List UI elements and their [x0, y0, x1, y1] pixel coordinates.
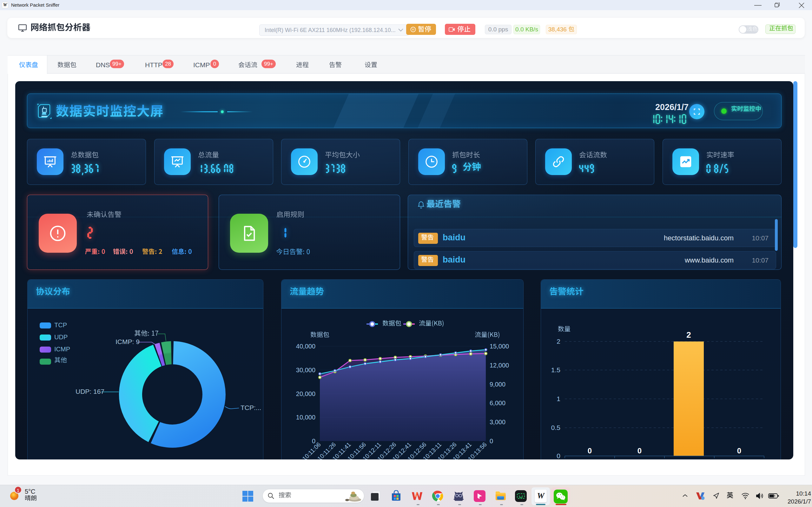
svg-text:9,000: 9,000 [490, 381, 505, 388]
svg-text:0: 0 [557, 452, 560, 459]
svg-text:6,000: 6,000 [490, 399, 505, 406]
svg-text:10,000: 10,000 [296, 414, 315, 421]
svg-text:40,000: 40,000 [296, 343, 315, 350]
svg-text:2: 2 [687, 330, 691, 340]
svg-text:0: 0 [737, 446, 741, 455]
svg-text:0: 0 [638, 446, 642, 455]
svg-text:0: 0 [312, 438, 315, 445]
svg-text:2: 2 [557, 338, 560, 345]
svg-text:3,000: 3,000 [490, 418, 505, 426]
svg-text:0.5: 0.5 [551, 424, 560, 431]
svg-text:1: 1 [557, 395, 560, 402]
svg-text:0: 0 [490, 438, 493, 445]
svg-text:1.5: 1.5 [551, 366, 560, 374]
svg-text:15,000: 15,000 [490, 343, 509, 350]
svg-text:0: 0 [588, 446, 592, 455]
svg-text:30,000: 30,000 [296, 367, 315, 374]
svg-text:20,000: 20,000 [296, 390, 315, 397]
svg-text:12,000: 12,000 [490, 362, 509, 369]
